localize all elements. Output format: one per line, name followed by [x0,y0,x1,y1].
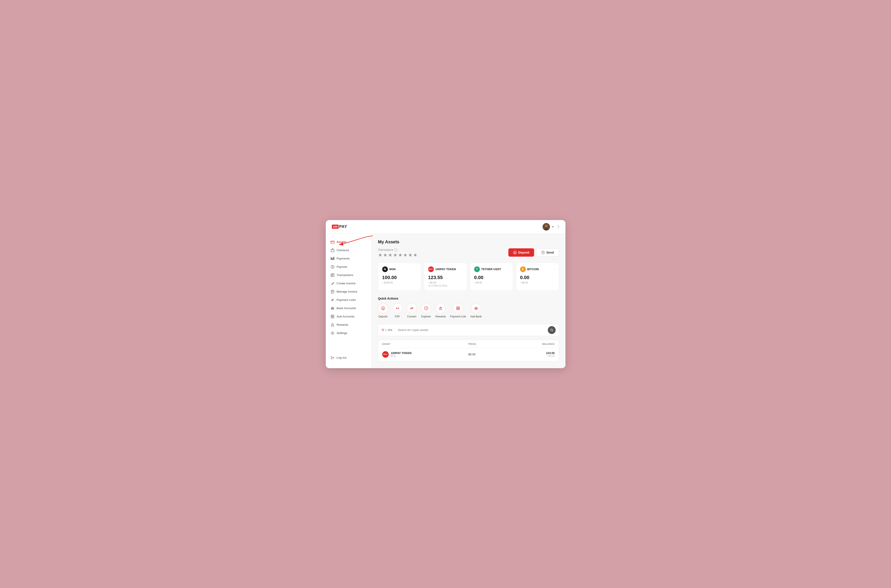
quick-action-rewards[interactable]: Rewards [436,303,446,318]
sidebar-item-checkout[interactable]: Checkout [326,246,371,254]
svg-rect-4 [331,241,334,243]
sidebar-item-settings[interactable]: Settings [326,329,371,337]
asset-card-usdt-header: T TETHER USDT › [474,267,509,272]
sidebar-item-label-manage-invoice: Manage Invoice [337,290,357,293]
svg-point-1 [545,225,548,227]
avatar-image [543,223,550,231]
sidebar-item-create-invoice[interactable]: Create Invoice [326,279,371,287]
sidebar-item-payouts[interactable]: Payouts [326,263,371,271]
sidebar-item-assets[interactable]: Assets [326,238,371,246]
sidebar-item-sub-accounts[interactable]: Sub Accounts [326,313,371,321]
100pay-card-arrow: › [462,267,463,271]
quick-action-convert[interactable]: Convert [407,303,417,318]
asset-card-100pay-header: $PAY 100PAY TOKEN › [428,267,463,272]
svg-rect-23 [429,285,430,286]
table-balance-usd: ≈ $0.00 [512,355,555,357]
100pay-usd: ≈ $0.00 [428,281,463,284]
svg-rect-17 [331,316,332,318]
table-price: $0.00 [468,353,512,356]
quick-action-rewards-icon [436,303,446,313]
svg-rect-34 [477,308,477,309]
bank-accounts-icon [330,306,334,310]
search-icon [550,328,553,332]
quick-action-explorer[interactable]: Explorer [421,303,431,318]
logout-label: Log out [337,356,346,359]
sidebar-item-rewards[interactable]: Rewards [326,321,371,329]
balance-label: Total balance i [378,248,418,251]
sidebar-item-bank-accounts[interactable]: Bank Accounts [326,304,371,312]
table-header-price: PRICE [468,343,512,345]
header: 100 PAY ▾ ☽ [326,220,566,234]
logo-pay: PAY [339,224,347,229]
quick-action-add-bank-label: Add Bank [471,315,482,318]
quick-action-add-bank[interactable]: Add Bank [471,303,482,318]
sidebar-item-payments[interactable]: Payments [326,255,371,262]
quick-action-payment-link-icon [453,303,463,313]
search-input[interactable] [398,328,546,332]
main-content: My Assets Total balance i ★★★★★★★★ [372,234,566,368]
svg-rect-33 [476,308,476,309]
rewards-icon [330,323,334,327]
quick-action-p2p[interactable]: P2P [393,303,402,318]
balance-info-icon[interactable]: i [394,248,398,251]
search-button[interactable] [548,326,556,334]
body-layout: Assets Checkout [326,234,566,368]
ngn-logo: N [382,267,388,272]
logout-button[interactable]: Log out [330,354,366,362]
asset-card-100pay-name: $PAY 100PAY TOKEN [428,267,456,272]
100pay-amount: 123.55 [428,275,463,280]
table-100pay-logo: $PAY [382,351,389,358]
quick-action-explorer-icon [421,303,431,313]
transactions-icon [330,273,334,277]
sidebar-item-label-settings: Settings [337,332,347,334]
svg-rect-31 [458,309,459,310]
asset-card-ngn-header: N NGN › [382,267,417,272]
quick-action-rewards-label: Rewards [436,315,446,318]
filter-icon [381,328,384,332]
quick-action-deposit-icon [378,303,388,313]
asset-card-usdt[interactable]: T TETHER USDT › 0.00 ≈ $0.00 [470,263,513,291]
asset-card-100pay[interactable]: $PAY 100PAY TOKEN › 123.55 ≈ $0.00 13,58… [424,263,467,291]
quick-action-deposit[interactable]: Deposit [378,303,388,318]
header-dropdown-button[interactable]: ▾ [552,225,554,228]
sidebar-item-label-sub-accounts: Sub Accounts [337,315,355,318]
sidebar-item-payment-links[interactable]: Payment Links [326,296,371,304]
quick-action-p2p-label: P2P [395,315,400,318]
asset-card-btc-name: ₿ BITCOIN [520,267,539,272]
arrow-annotation-container: Assets [326,238,371,246]
svg-point-20 [332,333,333,334]
send-button[interactable]: Send [536,248,559,256]
sidebar-nav: Assets Checkout [326,238,371,337]
asset-cards: N NGN › 100.00 ≈ $100.00 $PAY 100PAY TOK… [378,263,559,291]
sidebar-item-label-checkout: Checkout [337,249,349,252]
deposit-button[interactable]: Deposit [508,248,534,256]
manage-invoice-icon [330,290,334,294]
quick-actions-title: Quick Actions [378,297,559,300]
avatar[interactable] [543,223,550,231]
payments-icon [330,256,334,261]
usdt-logo: T [474,267,480,272]
page-title: My Assets [378,239,559,244]
assets-icon [330,240,334,244]
table-asset-cell: $PAY 100PAY TOKEN $Pay [382,351,468,358]
filter-section[interactable]: | All ▾ [381,328,395,332]
quick-action-payment-link[interactable]: Payment Link [450,303,466,318]
svg-rect-14 [332,308,333,309]
table-row[interactable]: $PAY 100PAY TOKEN $Pay $0.00 123.55 ≈ $0… [378,348,559,361]
svg-rect-30 [456,309,458,310]
asset-card-btc[interactable]: ₿ BITCOIN › 0.00 ≈ $0.00 [516,263,559,291]
btc-logo: ₿ [520,267,526,272]
theme-toggle-icon[interactable]: ☽ [556,224,560,229]
sidebar-item-label-bank-accounts: Bank Accounts [337,306,356,310]
quick-action-p2p-icon [393,303,402,313]
asset-card-ngn[interactable]: N NGN › 100.00 ≈ $100.00 [378,263,421,291]
ngn-usd: ≈ $100.00 [382,281,417,284]
svg-rect-18 [333,316,334,318]
sidebar-item-transactions[interactable]: Transactions [326,271,371,279]
table-header-balance: BALANCE [512,343,555,345]
sidebar-item-manage-invoice[interactable]: Manage Invoice [326,288,371,296]
checkout-icon [330,248,334,252]
app-window: 100 PAY ▾ ☽ [326,220,566,368]
filter-dropdown[interactable]: All ▾ [388,328,392,332]
header-right: ▾ ☽ [543,223,560,231]
